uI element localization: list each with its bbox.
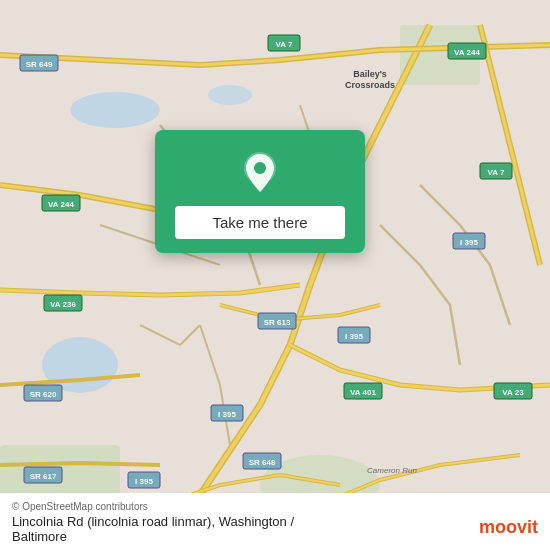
svg-text:I 395: I 395 <box>460 238 478 247</box>
location-card: Take me there <box>155 130 365 253</box>
svg-text:VA 244: VA 244 <box>454 48 480 57</box>
svg-text:SR 613: SR 613 <box>264 318 291 327</box>
svg-text:Bailey's: Bailey's <box>353 69 387 79</box>
svg-text:VA 401: VA 401 <box>350 388 376 397</box>
svg-text:Crossroads: Crossroads <box>345 80 395 90</box>
svg-point-2 <box>208 85 252 105</box>
svg-text:I 395: I 395 <box>218 410 236 419</box>
location-title: Lincolnia Rd (lincolnia road linmar), Wa… <box>12 514 538 544</box>
take-me-there-button[interactable]: Take me there <box>175 206 345 239</box>
svg-text:Cameron Run: Cameron Run <box>367 466 417 475</box>
svg-point-42 <box>254 162 266 174</box>
svg-text:SR 620: SR 620 <box>30 390 57 399</box>
location-pin-icon <box>236 148 284 196</box>
moovit-logo: moovit <box>479 517 538 538</box>
map-roads: SR 649 VA 7 VA 244 Bailey's Crossroads V… <box>0 0 550 550</box>
svg-text:VA 7: VA 7 <box>488 168 505 177</box>
svg-text:SR 648: SR 648 <box>249 458 276 467</box>
svg-text:VA 236: VA 236 <box>50 300 76 309</box>
svg-text:SR 617: SR 617 <box>30 472 57 481</box>
svg-text:VA 7: VA 7 <box>276 40 293 49</box>
svg-text:I 395: I 395 <box>135 477 153 486</box>
attribution-bar: © OpenStreetMap contributors Lincolnia R… <box>0 493 550 550</box>
svg-text:VA 23: VA 23 <box>502 388 524 397</box>
svg-point-0 <box>70 92 160 128</box>
svg-text:I 395: I 395 <box>345 332 363 341</box>
map-container: SR 649 VA 7 VA 244 Bailey's Crossroads V… <box>0 0 550 550</box>
svg-text:VA 244: VA 244 <box>48 200 74 209</box>
svg-text:SR 649: SR 649 <box>26 60 53 69</box>
copyright-text: © OpenStreetMap contributors <box>12 501 538 512</box>
